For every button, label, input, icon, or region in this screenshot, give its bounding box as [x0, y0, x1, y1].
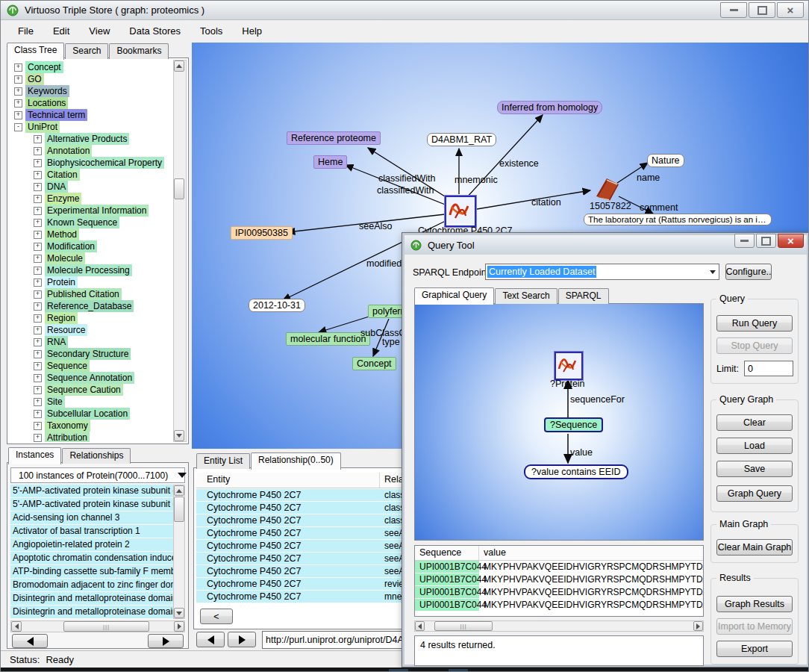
- sequence-column-header[interactable]: Sequence: [415, 546, 479, 560]
- entity-back-button[interactable]: <: [200, 609, 233, 624]
- tree-expander-icon[interactable]: +: [34, 159, 42, 167]
- tree-item[interactable]: + Reference_Database: [9, 300, 173, 312]
- result-row[interactable]: UPI0001B7C044 MKYPHVPAKVQEEIDHVIGRYRSPCM…: [415, 561, 703, 573]
- tree-item[interactable]: + Taxonomy: [9, 420, 173, 432]
- menu-help[interactable]: Help: [232, 22, 272, 40]
- query-tool-minimize-button[interactable]: [734, 234, 755, 248]
- tree-item[interactable]: + GO: [9, 73, 173, 85]
- tab-bookmarks[interactable]: Bookmarks: [109, 43, 169, 59]
- tree-expander-icon[interactable]: +: [34, 362, 42, 370]
- tree-expander-icon[interactable]: +: [34, 302, 42, 311]
- tree-expander-icon[interactable]: +: [34, 338, 42, 346]
- graph-node-d4abm1-rat[interactable]: D4ABM1_RAT: [427, 133, 496, 146]
- load-button[interactable]: Load: [716, 438, 793, 454]
- tab-graphical-query[interactable]: Graphical Query: [414, 287, 494, 305]
- result-row[interactable]: UPI0001B7C044 MKYPHVPAKVQEEIDHVIGRYRSPCM…: [415, 586, 703, 598]
- tree-item[interactable]: + Locations: [9, 97, 173, 109]
- entity-column-header[interactable]: Entity: [196, 473, 380, 488]
- clear-button[interactable]: Clear: [716, 414, 793, 431]
- tree-item[interactable]: + Sequence Caution: [9, 384, 173, 396]
- tree-expander-icon[interactable]: +: [34, 207, 42, 215]
- tree-item[interactable]: + Sequence: [9, 360, 173, 372]
- instance-list-item[interactable]: ATP-binding cassette sub-family F member…: [10, 565, 175, 578]
- tab-entity-list[interactable]: Entity List: [196, 453, 250, 469]
- export-button[interactable]: Export: [716, 641, 793, 657]
- tree-expander-icon[interactable]: +: [34, 267, 42, 275]
- maximize-button[interactable]: [749, 2, 775, 18]
- tree-expander-icon[interactable]: +: [34, 243, 42, 251]
- tree-item[interactable]: + DNA: [9, 181, 173, 193]
- graph-results-button[interactable]: Graph Results: [716, 596, 793, 612]
- tree-expander-icon[interactable]: +: [34, 171, 42, 179]
- instance-list-item[interactable]: Acid-sensing ion channel 3: [10, 511, 175, 524]
- menu-edit[interactable]: Edit: [43, 22, 79, 40]
- tree-item[interactable]: + Technical term: [9, 109, 173, 121]
- tree-item[interactable]: + Site: [9, 396, 173, 408]
- tree-item[interactable]: + Molecule Processing: [9, 264, 173, 276]
- graph-node-date[interactable]: 2012-10-31: [249, 299, 305, 312]
- configure-button[interactable]: Configure..: [725, 264, 772, 280]
- close-button[interactable]: ×: [777, 2, 804, 18]
- tree-item[interactable]: + Enzyme: [9, 193, 173, 205]
- tree-item[interactable]: - UniProt: [9, 121, 173, 133]
- limit-input[interactable]: [744, 361, 793, 376]
- tree-item[interactable]: + Molecule: [9, 252, 173, 264]
- instances-dropdown-icon[interactable]: [178, 473, 187, 478]
- run-query-button[interactable]: Run Query: [716, 315, 793, 332]
- save-button[interactable]: Save: [716, 461, 793, 477]
- tree-expander-icon[interactable]: +: [34, 231, 42, 239]
- instances-header-bar[interactable]: 100 instances of Protein(7000...7100): [10, 467, 185, 483]
- stop-query-button[interactable]: Stop Query: [716, 337, 793, 354]
- instances-vscrollbar[interactable]: [173, 485, 185, 619]
- tab-relationship-0-50[interactable]: Relationship(0..50): [251, 452, 341, 470]
- query-sequence-node[interactable]: ?Sequence: [544, 417, 603, 432]
- tree-expander-icon[interactable]: +: [34, 135, 42, 143]
- tree-expander-icon[interactable]: +: [14, 111, 22, 119]
- tree-expander-icon[interactable]: +: [34, 422, 42, 430]
- tree-expander-icon[interactable]: +: [34, 183, 42, 191]
- tree-item[interactable]: + Biophysicochemical Property: [9, 157, 173, 169]
- tree-item[interactable]: + Annotation: [9, 145, 173, 157]
- tree-expander-icon[interactable]: +: [14, 99, 22, 108]
- tree-expander-icon[interactable]: +: [34, 386, 42, 394]
- tree-expander-icon[interactable]: +: [34, 398, 42, 406]
- instances-hscrollbar[interactable]: |||: [10, 620, 185, 632]
- tree-expander-icon[interactable]: +: [34, 290, 42, 299]
- tree-scrollbar[interactable]: [173, 60, 187, 442]
- tree-item[interactable]: + Alternative Products: [9, 133, 173, 145]
- graph-node-heme[interactable]: Heme: [313, 155, 347, 169]
- tree-expander-icon[interactable]: -: [14, 123, 22, 131]
- tree-expander-icon[interactable]: +: [34, 326, 42, 335]
- tree-item[interactable]: + Secondary Structure: [9, 348, 173, 360]
- query-tool-titlebar[interactable]: Query Tool ×: [404, 235, 807, 255]
- tab-search[interactable]: Search: [65, 43, 108, 59]
- tree-expander-icon[interactable]: +: [34, 279, 42, 287]
- graph-node-nature[interactable]: Nature: [647, 154, 684, 167]
- tree-item[interactable]: + Experimental Information: [9, 205, 173, 217]
- combobox-dropdown-icon[interactable]: [706, 264, 719, 279]
- query-tool-close-button[interactable]: ×: [778, 234, 804, 248]
- tree-item[interactable]: + Sequence Annotation: [9, 372, 173, 384]
- tree-expander-icon[interactable]: +: [34, 410, 42, 418]
- clear-main-graph-button[interactable]: Clear Main Graph: [716, 539, 793, 556]
- menu-tools[interactable]: Tools: [190, 22, 232, 40]
- graph-node-ipi00950385[interactable]: IPI00950385: [231, 226, 293, 240]
- menu-view[interactable]: View: [79, 22, 119, 40]
- instance-list-item[interactable]: 5'-AMP-activated protein kinase subunit …: [10, 485, 175, 497]
- import-to-memory-button[interactable]: Import to Memory: [716, 618, 793, 635]
- minimize-button[interactable]: [720, 2, 747, 18]
- entity-next-button[interactable]: [228, 632, 256, 647]
- tree-item[interactable]: + Known Sequence: [9, 217, 173, 228]
- tree-expander-icon[interactable]: +: [34, 255, 42, 263]
- entity-prev-button[interactable]: [196, 632, 225, 647]
- tree-expander-icon[interactable]: +: [34, 195, 42, 203]
- tree-item[interactable]: + Region: [9, 312, 173, 324]
- graph-node-molecular-function[interactable]: molecular function: [286, 332, 370, 346]
- tree-item[interactable]: + Modification: [9, 240, 173, 252]
- value-column-header[interactable]: value: [479, 546, 506, 560]
- app-titlebar[interactable]: Virtuoso Triple Store ( graph: proteomic…: [1, 1, 808, 20]
- tree-item[interactable]: + Citation: [9, 169, 173, 181]
- tree-item[interactable]: + RNA: [9, 336, 173, 348]
- query-value-filter-node[interactable]: ?value contains EEID: [524, 464, 628, 479]
- instance-list-item[interactable]: Activator of basal transcription 1: [10, 525, 175, 538]
